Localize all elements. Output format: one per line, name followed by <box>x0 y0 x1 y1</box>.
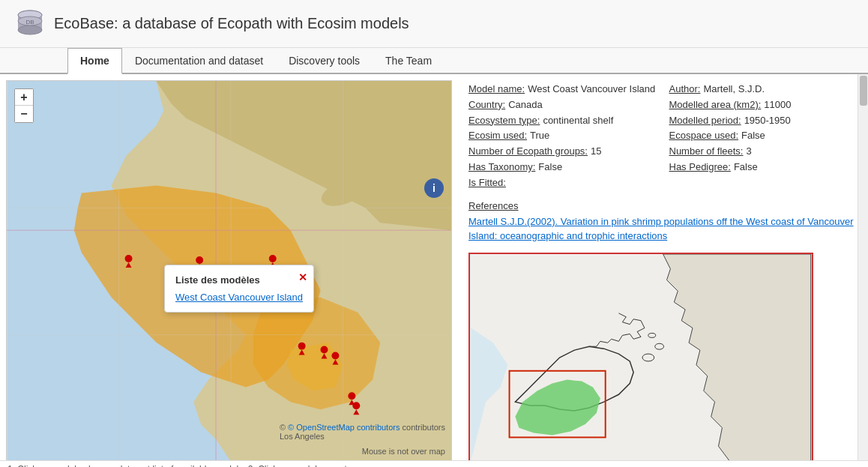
attribution-detail: contributors <box>403 423 445 432</box>
popup-title: Liste des modèles <box>175 274 303 286</box>
right-panel: Model name: West Coast Vancouver Island … <box>458 74 868 460</box>
svg-point-33 <box>348 392 355 400</box>
zoom-controls: + − <box>14 88 34 123</box>
nav-home[interactable]: Home <box>67 48 122 74</box>
attribution-symbol: © <box>280 423 286 432</box>
nav-documentation[interactable]: Documentation and dataset <box>122 48 276 74</box>
app-icon: DB <box>15 7 45 40</box>
country-row: Country: Canada <box>468 97 657 113</box>
model-info-right: Author: Martell, S.J.D. Modelled area (k… <box>669 82 858 191</box>
ecopath-label: Number of Ecopath groups: <box>468 144 588 160</box>
author-row: Author: Martell, S.J.D. <box>669 82 858 97</box>
author-label: Author: <box>669 82 701 97</box>
svg-point-21 <box>125 255 133 262</box>
svg-point-31 <box>331 352 339 360</box>
app-header: DB EcoBase: a database of Ecopath with E… <box>0 0 868 48</box>
fleets-value: 3 <box>747 144 752 160</box>
nav-discovery[interactable]: Discovery tools <box>276 48 373 74</box>
map-container[interactable]: + − i Liste des modèles ✕ West Coast Van… <box>6 80 452 460</box>
ecosystem-value: continental shelf <box>543 113 613 129</box>
fitted-label: Is Fitted: <box>468 175 506 191</box>
popup-model-link[interactable]: West Coast Vancouver Island <box>175 292 303 303</box>
map-attribution: © © OpenStreetMap contributors contribut… <box>280 423 445 441</box>
nav-team[interactable]: The Team <box>373 48 444 74</box>
modelled-area-row: Modelled area (km2): 11000 <box>669 97 858 113</box>
svg-point-25 <box>269 255 277 262</box>
svg-point-35 <box>352 402 360 409</box>
model-name-row: Model name: West Coast Vancouver Island <box>468 82 657 97</box>
zoom-in-button[interactable]: + <box>15 89 33 106</box>
fleets-label: Number of fleets: <box>669 144 744 160</box>
scroll-indicator[interactable] <box>858 74 868 460</box>
modelled-area-value: 11000 <box>764 97 791 113</box>
popup-close-button[interactable]: ✕ <box>298 271 307 283</box>
ecosim-row: Ecosim used: True <box>468 128 657 144</box>
taxonomy-label: Has Taxonomy: <box>468 160 535 175</box>
model-info-left: Model name: West Coast Vancouver Island … <box>468 82 657 191</box>
svg-point-2 <box>18 25 42 34</box>
ecosim-value: True <box>530 128 549 144</box>
modelled-period-value: 1950-1950 <box>744 113 791 129</box>
pedigree-value: False <box>734 160 758 175</box>
svg-point-23 <box>196 256 203 264</box>
references-section: References Martell S.J.D.(2002). Variati… <box>468 200 858 244</box>
model-name-value: West Coast Vancouver Island <box>528 82 655 97</box>
footer-hint: 1. Click on models placemark to get list… <box>0 460 868 467</box>
country-value: Canada <box>508 97 543 113</box>
ecosim-label: Ecosim used: <box>468 128 527 144</box>
mini-map <box>468 253 813 460</box>
model-info-grid: Model name: West Coast Vancouver Island … <box>468 82 858 191</box>
footer-hint-text: 1. Click on models placemark to get list… <box>7 464 360 467</box>
map-status: Mouse is not over map <box>362 447 445 456</box>
taxonomy-row: Has Taxonomy: False <box>468 160 657 175</box>
model-name-label: Model name: <box>468 82 525 97</box>
ecosystem-label: Ecosystem type: <box>468 113 540 129</box>
ecospace-label: Ecospace used: <box>669 128 739 144</box>
country-label: Country: <box>468 97 505 113</box>
scroll-thumb <box>860 76 867 106</box>
svg-point-29 <box>321 346 328 354</box>
author-value: Martell, S.J.D. <box>703 82 765 97</box>
openstreetmap-link[interactable]: © OpenStreetMap contributors <box>288 423 400 432</box>
attribution-city: Los Angeles <box>280 432 325 441</box>
reference-link[interactable]: Martell S.J.D.(2002). Variation in pink … <box>468 216 854 242</box>
main-nav: Home Documentation and dataset Discovery… <box>0 48 868 74</box>
zoom-out-button[interactable]: − <box>15 106 33 122</box>
modelled-period-row: Modelled period: 1950-1950 <box>669 113 858 129</box>
pedigree-row: Has Pedigree: False <box>669 160 858 175</box>
modelled-area-label: Modelled area (km2): <box>669 97 762 113</box>
ecosystem-row: Ecosystem type: continental shelf <box>468 113 657 129</box>
ecospace-value: False <box>741 128 765 144</box>
fleets-row: Number of fleets: 3 <box>669 144 858 160</box>
ecospace-row: Ecospace used: False <box>669 128 858 144</box>
references-label: References <box>468 200 858 211</box>
svg-point-27 <box>298 343 306 350</box>
page-title: EcoBase: a database of Ecopath with Ecos… <box>54 15 409 32</box>
info-button[interactable]: i <box>424 178 444 198</box>
svg-text:DB: DB <box>25 19 34 25</box>
fitted-row: Is Fitted: <box>468 175 657 191</box>
pedigree-label: Has Pedigree: <box>669 160 731 175</box>
main-content: + − i Liste des modèles ✕ West Coast Van… <box>0 74 868 460</box>
map-popup: Liste des modèles ✕ West Coast Vancouver… <box>164 265 314 313</box>
ecopath-value: 15 <box>591 144 601 160</box>
modelled-period-label: Modelled period: <box>669 113 741 129</box>
ecopath-row: Number of Ecopath groups: 15 <box>468 144 657 160</box>
taxonomy-value: False <box>538 160 562 175</box>
